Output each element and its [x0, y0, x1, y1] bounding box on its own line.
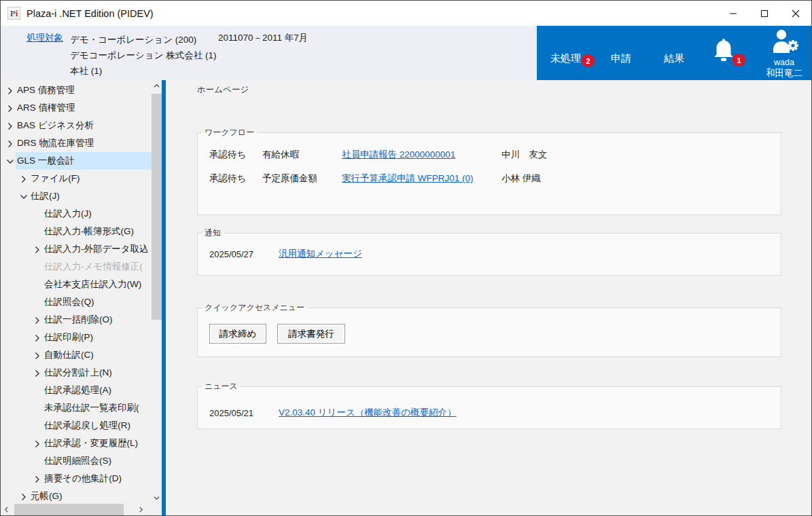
horizontal-scroll-thumb[interactable]: [14, 504, 124, 515]
sidebar-item-ledger[interactable]: 元帳(G): [1, 487, 152, 505]
sidebar-item-approval-history[interactable]: 仕訳承認・変更履歴(L): [1, 435, 152, 452]
close-button[interactable]: [780, 1, 811, 26]
window-title: Plaza-i .NET Edition (PIDEV): [27, 8, 154, 19]
quick-access-buttons: 請求締め 請求書発行: [209, 324, 781, 344]
office-name: 本社 (1): [70, 63, 217, 79]
notice-section: 通知 2025/05/27 汎用通知メッセージ: [197, 228, 781, 276]
sidebar-item-auto-journal[interactable]: 自動仕訳(C): [1, 346, 152, 364]
scroll-left-icon[interactable]: [1, 504, 12, 515]
chevron-right-icon[interactable]: [31, 367, 43, 379]
chevron-down-icon[interactable]: [18, 191, 29, 202]
workflow-section: ワークフロー 承認待ち 有給休暇 社員申請報告 22000000001 中川 友…: [197, 128, 781, 215]
workflow-legend: ワークフロー: [202, 128, 257, 138]
sidebar-item-journal-memo-disabled: 仕訳入力-メモ情報修正(: [1, 258, 152, 276]
chevron-right-icon[interactable]: [31, 244, 43, 255]
close-icon: [792, 10, 800, 18]
chevron-right-icon[interactable]: [31, 438, 43, 449]
sidebar-item-journal-import[interactable]: 仕訳入力-外部データ取込: [1, 240, 152, 258]
sidebar-item-file[interactable]: ファイル(F): [1, 170, 152, 187]
user-gear-icon: [769, 29, 800, 54]
news-date: 2025/05/21: [209, 408, 279, 418]
unprocessed-count-badge: 2: [582, 54, 595, 67]
workflow-status: 承認待ち: [209, 149, 262, 161]
notice-legend: 通知: [202, 228, 224, 238]
chevron-right-icon[interactable]: [31, 314, 43, 326]
workflow-person: 小林 伊織: [501, 172, 541, 185]
sidebar-item-bas[interactable]: BAS ビジネス分析: [1, 117, 152, 134]
company-info: デモ・コーポレーション (200) デモコーポレーション 株式会社 (1) 本社…: [70, 32, 217, 79]
sidebar-item-journal-inquiry[interactable]: 仕訳照会(Q): [1, 293, 152, 311]
scroll-down-icon[interactable]: [152, 492, 162, 504]
top-nav-bar: 未処理 2 申請 結果 1: [537, 26, 811, 80]
chevron-right-icon[interactable]: [31, 473, 43, 485]
notice-link[interactable]: 汎用通知メッセージ: [279, 248, 362, 260]
chevron-right-icon[interactable]: [4, 103, 16, 114]
news-section: ニュース 2025/05/21 V2.03.40 リリース（機能改善の概要紹介）: [197, 382, 781, 429]
sidebar-item-journal-print[interactable]: 仕訳印刷(P): [1, 329, 152, 346]
sidebar-item-journal[interactable]: 仕訳(J): [1, 187, 152, 205]
scroll-right-icon[interactable]: [135, 504, 147, 515]
sidebar-item-drs[interactable]: DRS 物流在庫管理: [1, 134, 152, 152]
quick-access-section: クイックアクセスメニュー 請求締め 請求書発行: [197, 303, 781, 357]
nav-apply[interactable]: 申請: [611, 52, 631, 65]
page-title: ホームページ: [197, 84, 811, 96]
chevron-down-icon[interactable]: [4, 155, 16, 167]
minimize-button[interactable]: [718, 1, 749, 26]
module-tree: APS 債務管理 ARS 債権管理 BAS ビジネス分析 DRS 物流在庫管理 …: [1, 81, 152, 505]
vertical-scroll-thumb[interactable]: [152, 94, 162, 320]
fiscal-period: 2011070－2011 年7月: [218, 32, 308, 44]
chevron-right-icon[interactable]: [31, 332, 43, 344]
notifications-button[interactable]: 1: [712, 37, 745, 73]
nav-result[interactable]: 結果: [664, 52, 684, 65]
workflow-category: 有給休暇: [262, 149, 342, 161]
workflow-status: 承認待ち: [209, 172, 262, 185]
sidebar-vertical-scrollbar[interactable]: [152, 80, 162, 504]
user-account: wada: [760, 58, 809, 68]
notice-date: 2025/05/27: [209, 249, 279, 259]
user-fullname: 和田竜二: [760, 68, 809, 79]
sidebar-item-gls-selected[interactable]: GLS 一般会計: [1, 152, 152, 170]
invoice-issue-button[interactable]: 請求書発行: [277, 324, 345, 344]
sidebar-item-unapproved-list-print[interactable]: 未承認仕訳一覧表印刷(: [1, 399, 152, 417]
workflow-category: 予定原価金額: [262, 172, 342, 185]
sidebar-item-journal-approval[interactable]: 仕訳承認処理(A): [1, 382, 152, 399]
bell-icon: [712, 37, 735, 64]
chevron-right-icon[interactable]: [4, 138, 16, 149]
chevron-right-icon[interactable]: [31, 350, 43, 361]
sidebar-item-ars[interactable]: ARS 債権管理: [1, 99, 152, 117]
scroll-up-icon[interactable]: [152, 80, 162, 92]
user-menu[interactable]: wada 和田竜二: [760, 29, 809, 79]
workflow-request-link[interactable]: 実行予算承認申請 WFPRJ01 (0): [342, 173, 474, 183]
chevron-right-icon[interactable]: [4, 85, 16, 96]
minimize-icon: [729, 10, 737, 18]
nav-unprocessed[interactable]: 未処理: [550, 52, 581, 65]
sidebar-item-journal-entry[interactable]: 仕訳入力(J): [1, 205, 152, 223]
sidebar-item-summary-aggregation[interactable]: 摘要その他集計(D): [1, 470, 152, 487]
sidebar-horizontal-scrollbar[interactable]: [1, 504, 162, 515]
billing-close-button[interactable]: 請求締め: [209, 324, 266, 344]
maximize-button[interactable]: [749, 1, 780, 26]
processing-target-link[interactable]: 処理対象: [27, 32, 63, 44]
sidebar-item-journal-entry-book[interactable]: 仕訳入力-帳簿形式(G): [1, 223, 152, 240]
news-link[interactable]: V2.03.40 リリース（機能改善の概要紹介）: [279, 407, 457, 419]
sidebar-item-aps[interactable]: APS 債務管理: [1, 81, 152, 99]
sidebar-item-journal-bulk-delete[interactable]: 仕訳一括削除(O): [1, 311, 152, 329]
titlebar: Pi Plaza-i .NET Edition (PIDEV): [1, 1, 811, 26]
chevron-right-icon[interactable]: [18, 491, 29, 502]
sidebar-item-hq-branch-journal[interactable]: 会社本支店仕訳入力(W): [1, 276, 152, 293]
chevron-right-icon[interactable]: [18, 173, 29, 185]
quick-access-legend: クイックアクセスメニュー: [202, 303, 307, 313]
workflow-request-link[interactable]: 社員申請報告 22000000001: [342, 149, 455, 160]
sidebar-item-journal-split[interactable]: 仕訳分割計上(N): [1, 364, 152, 382]
main-panel: ホームページ ワークフロー 承認待ち 有給休暇 社員申請報告 220000000…: [166, 80, 811, 515]
app-logo-icon: Pi: [7, 7, 20, 20]
chevron-right-icon[interactable]: [4, 120, 16, 132]
notice-row: 2025/05/27 汎用通知メッセージ: [209, 248, 781, 260]
sidebar-item-approval-revert[interactable]: 仕訳承認戻し処理(R): [1, 417, 152, 435]
workflow-row: 承認待ち 有給休暇 社員申請報告 22000000001 中川 友文: [209, 149, 781, 161]
header-band: 処理対象 デモ・コーポレーション (200) デモコーポレーション 株式会社 (…: [1, 26, 811, 80]
sidebar-item-journal-detail-inquiry[interactable]: 仕訳明細照会(S): [1, 452, 152, 470]
workflow-person: 中川 友文: [501, 149, 548, 161]
notifications-count-badge: 1: [732, 54, 745, 67]
window-controls: [718, 1, 811, 26]
